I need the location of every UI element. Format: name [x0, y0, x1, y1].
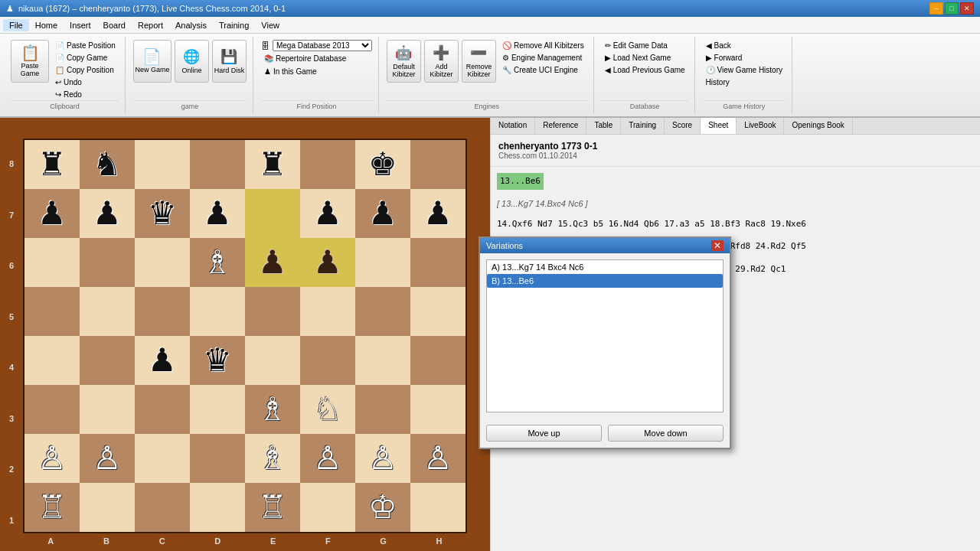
cell-g5[interactable]	[355, 287, 410, 336]
cell-g3[interactable]	[355, 385, 410, 434]
back-button[interactable]: ◀ Back	[703, 40, 786, 51]
cell-f5[interactable]	[300, 287, 355, 336]
menu-insert[interactable]: Insert	[64, 19, 97, 31]
cell-d8[interactable]	[190, 140, 245, 189]
tab-reference[interactable]: Reference	[535, 118, 586, 134]
forward-button[interactable]: ▶ Forward	[703, 52, 786, 64]
cell-h6[interactable]	[410, 238, 466, 287]
copy-position-button[interactable]: 📋 Copy Position	[52, 64, 119, 76]
cell-h7[interactable]: ♟	[410, 189, 466, 238]
create-uci-button[interactable]: 🔧 Create UCI Engine	[499, 64, 587, 76]
cell-g4[interactable]	[355, 336, 410, 385]
tab-openings-book[interactable]: Openings Book	[784, 118, 852, 134]
cell-d6[interactable]: ♗	[190, 238, 245, 287]
cell-e4[interactable]	[245, 336, 300, 385]
cell-c6[interactable]	[135, 238, 190, 287]
cell-a2[interactable]: ♙	[24, 434, 80, 483]
cell-d3[interactable]	[190, 385, 245, 434]
cell-b7[interactable]: ♟	[80, 189, 135, 238]
cell-c3[interactable]	[135, 385, 190, 434]
variation-b-item[interactable]: B) 13...Be6	[487, 274, 723, 288]
menu-report[interactable]: Report	[132, 19, 169, 31]
cell-b1[interactable]	[80, 483, 135, 532]
cell-b4[interactable]	[80, 336, 135, 385]
tab-training[interactable]: Training	[621, 118, 665, 134]
cell-g1[interactable]: ♔	[355, 483, 410, 532]
online-button[interactable]: 🌐 Online	[175, 40, 209, 83]
cell-b6[interactable]	[80, 238, 135, 287]
cell-c8[interactable]	[135, 140, 190, 189]
cell-a8[interactable]: ♜	[24, 140, 80, 189]
cell-d7[interactable]: ♟	[190, 189, 245, 238]
remove-all-kibitzers-button[interactable]: 🚫 Remove All Kibitzers	[499, 40, 587, 51]
cell-g8[interactable]: ♚	[355, 140, 410, 189]
cell-b5[interactable]	[80, 287, 135, 336]
load-next-game-button[interactable]: ▶ Load Next Game	[602, 52, 688, 64]
tab-table[interactable]: Table	[586, 118, 621, 134]
hard-disk-button[interactable]: 💾 Hard Disk	[212, 40, 247, 83]
menu-board[interactable]: Board	[97, 19, 132, 31]
paste-position-small-button[interactable]: 📄 Paste Position	[52, 40, 119, 51]
cell-e2[interactable]: ♗	[245, 434, 300, 483]
cell-a7[interactable]: ♟	[24, 189, 80, 238]
mega-db-select[interactable]: Mega Database 2013	[273, 40, 372, 51]
cell-a3[interactable]	[24, 385, 80, 434]
cell-f7[interactable]: ♟	[300, 189, 355, 238]
undo-button[interactable]: ↩ Undo	[52, 77, 119, 88]
load-prev-game-button[interactable]: ◀ Load Previous Game	[602, 64, 688, 76]
redo-button[interactable]: ↪ Redo	[52, 89, 119, 100]
cell-g7[interactable]: ♟	[355, 189, 410, 238]
cell-d1[interactable]	[190, 483, 245, 532]
tab-livebook[interactable]: LiveBook	[737, 118, 784, 134]
move-down-button[interactable]: Move down	[608, 425, 724, 442]
tab-notation[interactable]: Notation	[491, 118, 535, 134]
cell-f6[interactable]: ♟	[300, 238, 355, 287]
cell-a6[interactable]	[24, 238, 80, 287]
dialog-close-button[interactable]: ✕	[711, 240, 724, 251]
cell-a1[interactable]: ♖	[24, 483, 80, 532]
cell-e5[interactable]	[245, 287, 300, 336]
edit-game-data-button[interactable]: ✏ Edit Game Data	[602, 40, 688, 51]
menu-analysis[interactable]: Analysis	[169, 19, 213, 31]
title-bar-buttons[interactable]: – □ ✕	[929, 2, 974, 15]
cell-e8[interactable]: ♜	[245, 140, 300, 189]
cell-g6[interactable]	[355, 238, 410, 287]
tab-sheet[interactable]: Sheet	[701, 118, 737, 134]
cell-c7[interactable]: ♛	[135, 189, 190, 238]
cell-e6[interactable]: ♟	[245, 238, 300, 287]
cell-f4[interactable]	[300, 336, 355, 385]
cell-a4[interactable]	[24, 336, 80, 385]
cell-h2[interactable]: ♙	[410, 434, 466, 483]
cell-h3[interactable]	[410, 385, 466, 434]
cell-d5[interactable]	[190, 287, 245, 336]
copy-game-button[interactable]: 📄 Copy Game	[52, 52, 119, 64]
cell-f2[interactable]: ♙	[300, 434, 355, 483]
add-kibitzer-button[interactable]: ➕ Add Kibitzer	[424, 40, 459, 83]
cell-b8[interactable]: ♞	[80, 140, 135, 189]
cell-f3[interactable]: ♘	[300, 385, 355, 434]
remove-kibitzer-button[interactable]: ➖ Remove Kibitzer	[462, 40, 496, 83]
cell-g2[interactable]: ♙	[355, 434, 410, 483]
view-game-history-button[interactable]: 🕐 View Game History	[703, 64, 786, 76]
menu-view[interactable]: View	[255, 19, 286, 31]
paste-position-button[interactable]: 📋 PasteGame	[11, 40, 49, 83]
cell-e7[interactable]	[245, 189, 300, 238]
cell-h5[interactable]	[410, 287, 466, 336]
close-button[interactable]: ✕	[960, 2, 974, 15]
variation-a-item[interactable]: A) 13...Kg7 14 Bxc4 Nc6	[487, 260, 723, 274]
cell-h4[interactable]	[410, 336, 466, 385]
repertoire-db-button[interactable]: 📚 Repertoire Database	[261, 53, 372, 64]
menu-file[interactable]: File	[3, 19, 29, 31]
cell-f8[interactable]	[300, 140, 355, 189]
cell-c4[interactable]: ♟	[135, 336, 190, 385]
menu-home[interactable]: Home	[29, 19, 64, 31]
cell-d2[interactable]	[190, 434, 245, 483]
cell-h1[interactable]	[410, 483, 466, 532]
new-game-button[interactable]: 📄 New Game	[133, 40, 172, 83]
cell-c5[interactable]	[135, 287, 190, 336]
cell-e1[interactable]: ♖	[245, 483, 300, 532]
cell-c1[interactable]	[135, 483, 190, 532]
default-kibitzer-button[interactable]: 🤖 Default Kibitzer	[387, 40, 421, 83]
tab-score[interactable]: Score	[665, 118, 701, 134]
menu-training[interactable]: Training	[213, 19, 255, 31]
